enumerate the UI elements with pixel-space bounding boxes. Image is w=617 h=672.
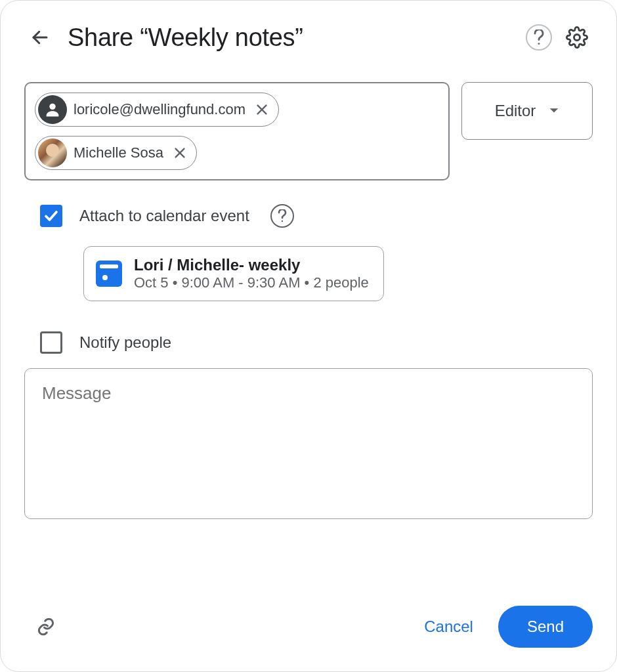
chip-remove-button[interactable] bbox=[173, 146, 187, 160]
people-input[interactable]: loricole@dwellingfund.com Michelle Sosa bbox=[24, 82, 450, 180]
attach-row: Attach to calendar event bbox=[40, 204, 593, 228]
event-subtitle: Oct 5 • 9:00 AM - 9:30 AM • 2 people bbox=[134, 274, 369, 291]
cancel-button[interactable]: Cancel bbox=[407, 608, 490, 645]
person-chip: loricole@dwellingfund.com bbox=[35, 93, 279, 127]
close-icon bbox=[173, 146, 187, 160]
checkmark-icon bbox=[43, 208, 59, 224]
chip-label: loricole@dwellingfund.com bbox=[74, 101, 245, 118]
arrow-left-icon bbox=[30, 28, 50, 47]
attach-help-button[interactable] bbox=[270, 204, 294, 228]
share-recipients-row: loricole@dwellingfund.com Michelle Sosa … bbox=[24, 82, 593, 180]
chip-remove-button[interactable] bbox=[255, 102, 269, 117]
help-button[interactable] bbox=[526, 24, 552, 51]
caret-down-icon bbox=[549, 108, 559, 114]
message-input[interactable] bbox=[24, 368, 593, 519]
copy-link-button[interactable] bbox=[24, 611, 56, 642]
link-icon bbox=[36, 615, 56, 639]
back-button[interactable] bbox=[24, 22, 56, 53]
calendar-event-card[interactable]: Lori / Michelle- weekly Oct 5 • 9:00 AM … bbox=[83, 246, 384, 301]
event-text: Lori / Michelle- weekly Oct 5 • 9:00 AM … bbox=[134, 256, 369, 291]
svg-point-3 bbox=[49, 104, 55, 110]
notify-label: Notify people bbox=[79, 333, 171, 352]
calendar-icon bbox=[96, 261, 122, 287]
avatar-photo-icon bbox=[38, 138, 67, 167]
help-icon bbox=[278, 209, 287, 222]
svg-point-8 bbox=[282, 220, 283, 222]
svg-point-2 bbox=[574, 34, 580, 40]
share-dialog: Share “Weekly notes” loricole@dwellingfu… bbox=[0, 0, 617, 672]
notify-checkbox[interactable] bbox=[40, 331, 62, 354]
chip-label: Michelle Sosa bbox=[74, 144, 163, 161]
help-icon bbox=[533, 30, 545, 45]
header-actions bbox=[526, 22, 593, 53]
dialog-footer: Cancel Send bbox=[24, 587, 593, 648]
role-label: Editor bbox=[495, 102, 536, 120]
event-title: Lori / Michelle- weekly bbox=[134, 256, 369, 274]
svg-point-1 bbox=[538, 43, 540, 45]
role-dropdown[interactable]: Editor bbox=[461, 82, 593, 140]
attach-checkbox[interactable] bbox=[40, 205, 62, 227]
footer-actions: Cancel Send bbox=[407, 606, 593, 648]
close-icon bbox=[255, 102, 269, 117]
person-chip: Michelle Sosa bbox=[35, 136, 197, 170]
attach-label: Attach to calendar event bbox=[79, 207, 249, 225]
dialog-header: Share “Weekly notes” bbox=[24, 22, 593, 53]
send-button[interactable]: Send bbox=[498, 606, 593, 648]
gear-icon bbox=[566, 26, 588, 49]
avatar-generic-icon bbox=[38, 95, 67, 124]
dialog-title: Share “Weekly notes” bbox=[68, 24, 514, 52]
settings-button[interactable] bbox=[561, 22, 593, 53]
notify-row: Notify people bbox=[40, 331, 593, 354]
